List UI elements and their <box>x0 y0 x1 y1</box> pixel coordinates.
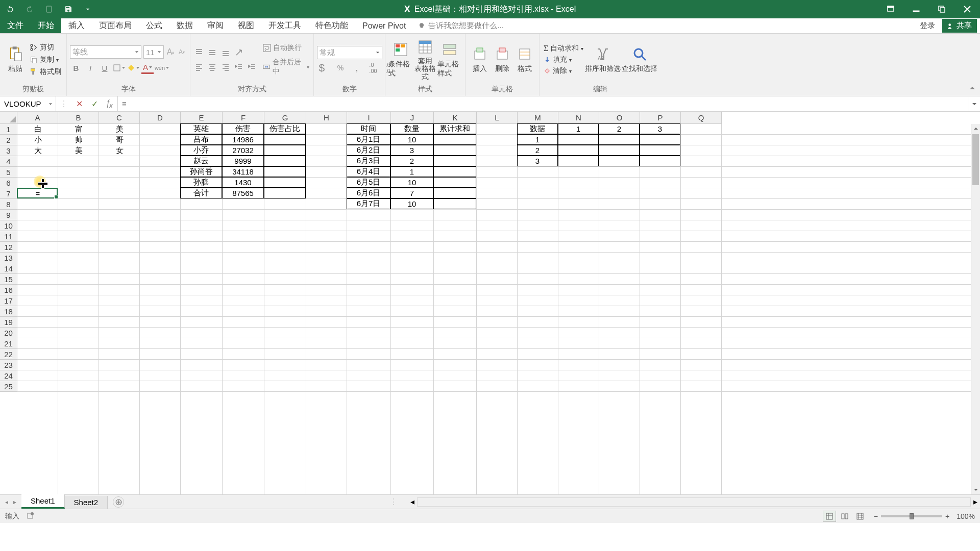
cell[interactable] <box>264 166 306 177</box>
font-name-combo[interactable]: 等线 <box>70 45 141 59</box>
cell[interactable]: 伤害 <box>222 123 264 134</box>
row-header-3[interactable]: 3 <box>0 145 17 156</box>
cell[interactable]: 美 <box>58 145 99 156</box>
cell[interactable]: 6月5日 <box>347 177 390 188</box>
cell[interactable]: 累计求和 <box>433 123 476 134</box>
col-header-K[interactable]: K <box>434 112 477 124</box>
clear-button[interactable]: 清除▾ <box>543 66 584 76</box>
vertical-scrollbar[interactable] <box>971 124 980 494</box>
decrease-indent-button[interactable] <box>233 61 244 72</box>
cell[interactable] <box>433 134 476 145</box>
row-header-18[interactable]: 18 <box>0 306 17 317</box>
select-all-corner[interactable] <box>0 112 17 124</box>
align-bottom-button[interactable] <box>220 47 231 58</box>
format-cells-button[interactable]: 格式 <box>513 38 536 81</box>
align-left-button[interactable] <box>193 61 205 72</box>
cell[interactable] <box>599 156 640 166</box>
col-header-N[interactable]: N <box>558 112 599 124</box>
touch-mode-button[interactable] <box>44 4 54 14</box>
tab-insert[interactable]: 插入 <box>61 18 92 33</box>
row-header-2[interactable]: 2 <box>0 135 17 145</box>
phonetic-button[interactable]: wén <box>156 62 168 74</box>
row-header-19[interactable]: 19 <box>0 317 17 328</box>
cell[interactable]: 孙膑 <box>180 177 222 188</box>
increase-font-button[interactable]: A▴ <box>166 47 175 57</box>
cell[interactable]: 1 <box>390 166 433 177</box>
align-top-button[interactable] <box>193 47 205 58</box>
cell[interactable]: 富 <box>58 124 99 135</box>
cell[interactable]: 1 <box>517 134 558 145</box>
col-header-G[interactable]: G <box>264 112 306 124</box>
row-header-13[interactable]: 13 <box>0 253 17 263</box>
row-header-21[interactable]: 21 <box>0 338 17 349</box>
row-header-12[interactable]: 12 <box>0 242 17 253</box>
cell[interactable]: 9999 <box>222 156 264 166</box>
enter-button[interactable]: ✓ <box>87 99 102 109</box>
zoom-level[interactable]: 100% <box>957 512 975 520</box>
autosum-button[interactable]: Σ自动求和▾ <box>543 43 584 54</box>
cell[interactable]: 合计 <box>180 188 222 198</box>
row-header-11[interactable]: 11 <box>0 231 17 242</box>
collapse-ribbon-button[interactable] <box>969 85 976 94</box>
formula-input[interactable]: = <box>118 96 968 111</box>
cell[interactable]: 6月6日 <box>347 188 390 198</box>
delete-cells-button[interactable]: 删除 <box>491 38 513 81</box>
tab-file[interactable]: 文件 <box>0 18 31 33</box>
scroll-up-button[interactable] <box>971 124 980 133</box>
fx-button[interactable]: fx <box>102 98 117 109</box>
tab-data[interactable]: 数据 <box>169 18 200 33</box>
cell[interactable]: 1 <box>558 123 599 134</box>
save-button[interactable] <box>63 4 74 14</box>
cell[interactable]: 14986 <box>222 134 264 145</box>
format-table-button[interactable]: 套用 表格格式 <box>413 38 437 81</box>
page-layout-view-button[interactable] <box>838 511 851 522</box>
number-format-combo[interactable]: 常规 <box>317 46 382 59</box>
col-header-L[interactable]: L <box>477 112 518 124</box>
row-header-6[interactable]: 6 <box>0 178 17 188</box>
comma-button[interactable]: , <box>350 62 364 73</box>
horizontal-scrollbar[interactable]: ◂ ▸ <box>408 497 980 507</box>
col-header-D[interactable]: D <box>140 112 181 124</box>
cell[interactable]: 白 <box>17 124 58 135</box>
cell[interactable]: 6月2日 <box>347 145 390 156</box>
qat-customize-button[interactable] <box>83 4 93 14</box>
row-header-16[interactable]: 16 <box>0 285 17 295</box>
cell[interactable]: 帅 <box>58 135 99 145</box>
cell[interactable]: 小 <box>17 135 58 145</box>
cell[interactable] <box>433 156 476 166</box>
close-button[interactable] <box>954 0 980 18</box>
page-break-view-button[interactable] <box>853 511 867 522</box>
tab-power-pivot[interactable]: Power Pivot <box>355 18 413 33</box>
cell[interactable]: 小乔 <box>180 145 222 156</box>
row-header-10[interactable]: 10 <box>0 220 17 231</box>
cell[interactable] <box>640 156 680 166</box>
undo-button[interactable] <box>5 4 15 14</box>
row-header-25[interactable]: 25 <box>0 381 17 392</box>
sheet-tab-Sheet2[interactable]: Sheet2 <box>65 496 108 509</box>
cancel-button[interactable]: ✕ <box>71 99 87 109</box>
borders-button[interactable] <box>113 62 125 74</box>
cell[interactable]: 女 <box>99 145 140 156</box>
format-painter-button[interactable]: 格式刷 <box>28 66 63 78</box>
normal-view-button[interactable] <box>823 511 836 522</box>
row-header-8[interactable]: 8 <box>0 199 17 210</box>
cell[interactable] <box>599 134 640 145</box>
cell[interactable]: 6月1日 <box>347 134 390 145</box>
cell[interactable] <box>264 188 306 198</box>
sheet-nav[interactable]: ◂▸ <box>0 498 21 506</box>
tab-page-layout[interactable]: 页面布局 <box>92 18 139 33</box>
cell[interactable]: 伤害占比 <box>264 123 306 134</box>
share-button[interactable]: 共享 <box>942 19 977 33</box>
find-select-button[interactable]: 查找和选择 <box>621 38 658 81</box>
cell[interactable]: 大 <box>17 145 58 156</box>
insert-cells-button[interactable]: 插入 <box>469 38 491 81</box>
zoom-in-button[interactable]: + <box>945 512 949 520</box>
sort-filter-button[interactable]: AZ排序和筛选 <box>584 38 621 81</box>
cell[interactable]: 赵云 <box>180 156 222 166</box>
col-header-J[interactable]: J <box>391 112 434 124</box>
conditional-format-button[interactable]: 条件格式 <box>388 38 413 81</box>
cell[interactable] <box>433 188 476 198</box>
align-right-button[interactable] <box>220 61 231 72</box>
row-header-17[interactable]: 17 <box>0 295 17 306</box>
accounting-format-button[interactable]: $ <box>317 62 331 73</box>
